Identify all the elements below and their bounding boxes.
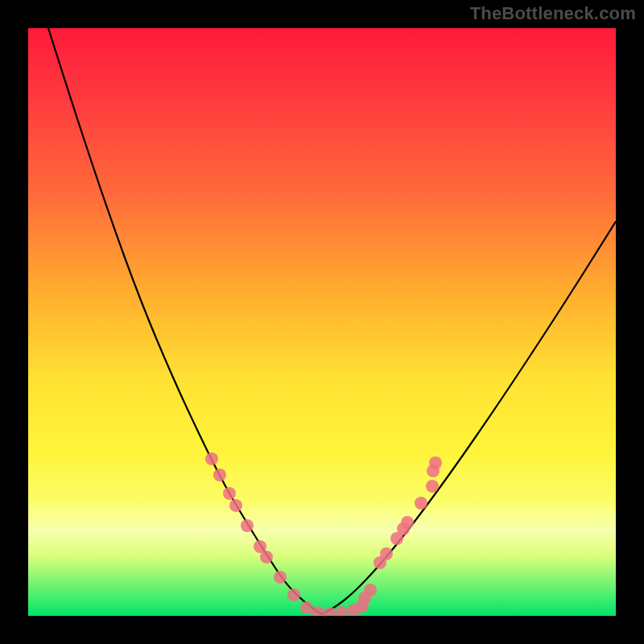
data-point — [260, 551, 273, 564]
data-point — [364, 584, 377, 597]
data-point — [274, 571, 287, 584]
curve-right-curve — [322, 221, 616, 614]
chart-container: TheBottleneck.com — [0, 0, 644, 644]
data-point — [229, 499, 242, 512]
data-point — [426, 480, 439, 493]
data-point — [312, 606, 324, 616]
watermark-text: TheBottleneck.com — [470, 3, 636, 24]
data-point — [241, 519, 254, 532]
data-point — [336, 606, 349, 616]
curve-left-curve — [48, 28, 322, 614]
data-point — [205, 452, 218, 465]
data-point — [213, 469, 226, 481]
data-point — [287, 588, 300, 601]
data-point — [223, 487, 236, 500]
data-point — [415, 497, 427, 510]
data-point — [380, 547, 393, 560]
data-point — [401, 516, 414, 529]
plot-area — [28, 28, 616, 616]
curves-svg — [28, 28, 616, 616]
data-point — [300, 601, 313, 614]
data-point — [324, 607, 336, 616]
data-point — [429, 456, 442, 469]
